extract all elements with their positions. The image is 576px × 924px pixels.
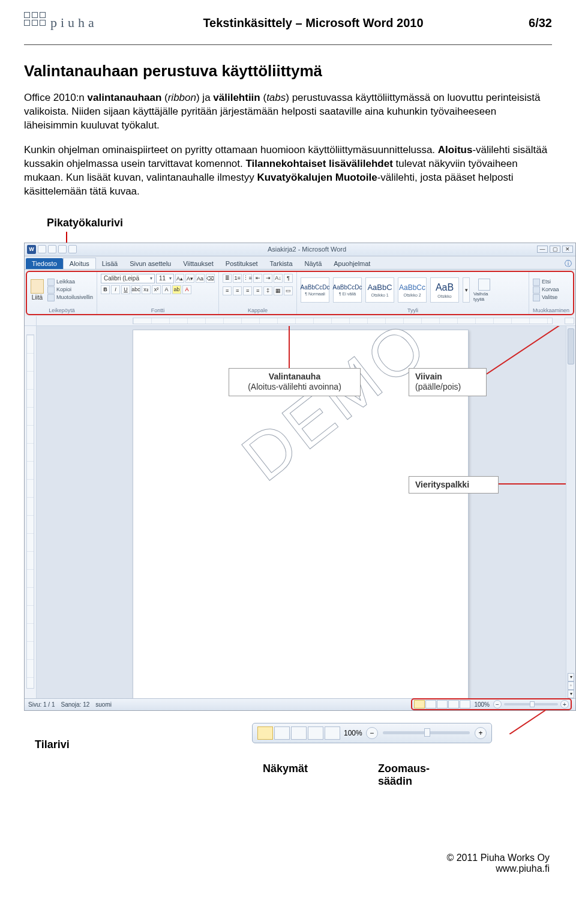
- qat-redo-icon[interactable]: [58, 245, 67, 253]
- font-name-combo[interactable]: Calibri (Leipä: [101, 274, 155, 283]
- replace-button[interactable]: Korvaa: [533, 286, 559, 294]
- style-normal[interactable]: AaBbCcDc¶ Normaali: [301, 277, 329, 303]
- title-bar: W Asiakirja2 - Microsoft Word — ▢ ✕: [25, 243, 575, 256]
- zoom-view-draft-icon[interactable]: [325, 726, 340, 740]
- status-bar: Sivu: 1 / 1 Sanoja: 12 suomi 100% − +: [25, 698, 575, 710]
- select-button[interactable]: Valitse: [533, 294, 559, 301]
- bold-button[interactable]: B: [101, 285, 110, 294]
- tab-view[interactable]: Näytä: [299, 258, 328, 269]
- text-effects-icon[interactable]: A: [162, 285, 171, 294]
- zoom-view-web-icon[interactable]: [291, 726, 307, 740]
- status-words[interactable]: Sanoja: 12: [61, 701, 89, 708]
- format-painter-button[interactable]: Muotoilusivellin: [47, 294, 93, 301]
- view-draft-icon[interactable]: [460, 700, 470, 708]
- subscript-button[interactable]: x₂: [142, 285, 151, 294]
- grow-font-icon[interactable]: A▴: [175, 274, 184, 283]
- copy-button[interactable]: Kopioi: [47, 286, 93, 294]
- close-button[interactable]: ✕: [562, 246, 573, 253]
- tab-page-layout[interactable]: Sivun asettelu: [124, 258, 177, 269]
- status-language[interactable]: suomi: [95, 701, 112, 708]
- zoom-out-large[interactable]: −: [366, 727, 378, 739]
- page-header: piuha Tekstinkäsittely – Microsoft Word …: [24, 12, 552, 42]
- font-color-icon[interactable]: A: [182, 285, 191, 294]
- borders-icon[interactable]: ▭: [284, 286, 293, 295]
- change-case-icon[interactable]: Aa: [196, 274, 205, 283]
- zoom-in-button[interactable]: +: [560, 700, 569, 708]
- connector-line: [499, 483, 566, 485]
- paste-icon: [31, 279, 44, 294]
- paste-button[interactable]: Liitä: [31, 279, 44, 301]
- label-views: Näkymät: [263, 762, 308, 775]
- outdent-icon[interactable]: ⇤: [253, 274, 262, 283]
- word-icon[interactable]: W: [27, 245, 36, 254]
- zoom-slider-large[interactable]: [383, 731, 470, 734]
- sort-icon[interactable]: A↓: [274, 274, 283, 283]
- zoom-view-print-icon[interactable]: [257, 726, 273, 740]
- underline-button[interactable]: U: [121, 285, 130, 294]
- multilevel-icon[interactable]: ⋮≡: [243, 274, 252, 283]
- view-outline-icon[interactable]: [448, 700, 459, 708]
- style-title[interactable]: AaBOtsikko: [430, 277, 459, 303]
- horizontal-ruler[interactable]: [133, 318, 553, 324]
- help-icon[interactable]: ⓘ: [565, 259, 572, 269]
- justify-icon[interactable]: ≡: [253, 286, 262, 295]
- zoom-view-full-icon[interactable]: [274, 726, 290, 740]
- clear-format-icon[interactable]: ⌫: [206, 274, 215, 283]
- shading-icon[interactable]: ▦: [274, 286, 283, 295]
- view-full-screen-icon[interactable]: [425, 700, 436, 708]
- next-page-icon[interactable]: ▾: [568, 690, 574, 698]
- styles-more-icon[interactable]: ▾: [463, 277, 470, 303]
- cut-button[interactable]: Leikkaa: [47, 279, 93, 286]
- label-zoom: Zoomaus- säädin: [378, 762, 430, 788]
- zoom-percent-large[interactable]: 100%: [344, 729, 362, 737]
- vertical-scrollbar[interactable]: ▾ ◦ ▾: [566, 326, 575, 698]
- minimize-button[interactable]: —: [537, 246, 548, 253]
- show-marks-icon[interactable]: ¶: [284, 274, 293, 283]
- zoom-view-outline-icon[interactable]: [308, 726, 323, 740]
- tab-insert[interactable]: Lisää: [96, 258, 124, 269]
- tab-addins[interactable]: Apuohjelmat: [328, 258, 376, 269]
- qat-customize-icon[interactable]: [68, 245, 77, 253]
- tab-file[interactable]: Tiedosto: [26, 258, 63, 269]
- bullets-icon[interactable]: ≣: [223, 274, 232, 283]
- style-heading2[interactable]: AaBbCcOtsikko 2: [398, 277, 427, 303]
- highlight-icon[interactable]: ab: [172, 285, 181, 294]
- maximize-button[interactable]: ▢: [550, 246, 560, 253]
- find-button[interactable]: Etsi: [533, 279, 559, 286]
- superscript-button[interactable]: x²: [152, 285, 161, 294]
- align-right-icon[interactable]: ≡: [243, 286, 252, 295]
- qat-undo-icon[interactable]: [48, 245, 56, 253]
- italic-button[interactable]: I: [111, 285, 120, 294]
- tab-references[interactable]: Viittaukset: [177, 258, 220, 269]
- zoom-slider[interactable]: [504, 703, 558, 705]
- shrink-font-icon[interactable]: A▾: [185, 274, 194, 283]
- tab-review[interactable]: Tarkista: [264, 258, 299, 269]
- tab-mailings[interactable]: Postitukset: [220, 258, 264, 269]
- align-left-icon[interactable]: ≡: [223, 286, 232, 295]
- view-print-layout-icon[interactable]: [414, 700, 425, 708]
- paragraph-1: Office 2010:n valintanauhaan (ribbon) ja…: [24, 91, 552, 133]
- view-web-icon[interactable]: [437, 700, 448, 708]
- zoom-in-large[interactable]: +: [475, 727, 487, 739]
- status-page[interactable]: Sivu: 1 / 1: [28, 701, 55, 708]
- document-canvas[interactable]: DEMO Valintanauha (Aloitus-välilehti avo…: [37, 326, 566, 698]
- line-spacing-icon[interactable]: ‡: [263, 286, 272, 295]
- scroll-down-icon[interactable]: ▾: [568, 673, 574, 681]
- numbering-icon[interactable]: 1≡: [233, 274, 242, 283]
- zoom-out-button[interactable]: −: [493, 700, 502, 708]
- indent-icon[interactable]: ⇥: [263, 274, 272, 283]
- quick-access-toolbar[interactable]: W: [27, 245, 77, 254]
- style-heading1[interactable]: AaBbCOtsikko 1: [365, 277, 394, 303]
- scrollbar-thumb[interactable]: [568, 328, 574, 364]
- align-center-icon[interactable]: ≡: [233, 286, 242, 295]
- vertical-ruler[interactable]: [25, 326, 37, 698]
- qat-save-icon[interactable]: [38, 245, 46, 253]
- change-styles-button[interactable]: Vaihda tyyliä: [473, 279, 495, 302]
- zoom-percent[interactable]: 100%: [474, 701, 490, 708]
- font-size-combo[interactable]: 11: [156, 274, 174, 283]
- style-no-spacing[interactable]: AaBbCcDc¶ Ei väliä: [333, 277, 362, 303]
- tab-home[interactable]: Aloitus: [63, 258, 96, 269]
- ruler-toggle-button[interactable]: [565, 318, 574, 324]
- prev-page-icon[interactable]: ◦: [568, 681, 574, 690]
- strike-button[interactable]: abc: [131, 285, 140, 294]
